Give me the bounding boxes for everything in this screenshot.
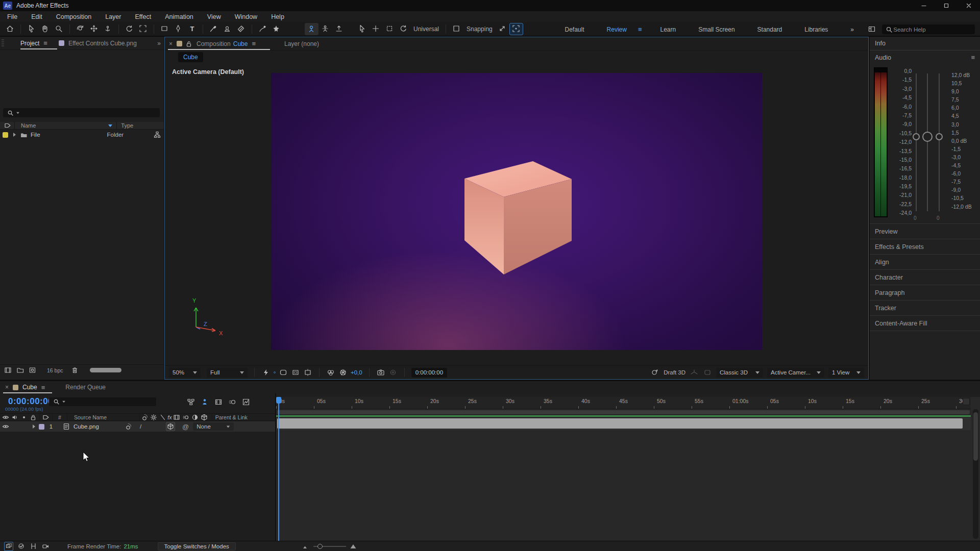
- new-composition-icon[interactable]: [28, 366, 37, 375]
- tab-effect-controls[interactable]: Effect Controls Cube.png: [68, 40, 137, 47]
- comp-marker-bin[interactable]: [963, 398, 970, 405]
- pan-camera-tool[interactable]: [318, 23, 332, 35]
- roto-brush-tool[interactable]: [256, 23, 270, 35]
- camera-tool[interactable]: [136, 23, 150, 35]
- shy-switch-icon[interactable]: [140, 413, 149, 422]
- region-of-interest-icon[interactable]: [509, 23, 523, 35]
- snapping-checkbox[interactable]: [450, 23, 463, 35]
- menu-item[interactable]: Effect: [135, 13, 151, 20]
- comp-panel-menu-icon[interactable]: ≡: [252, 40, 256, 47]
- collapsed-panel-header[interactable]: Effects & Presets: [870, 239, 980, 255]
- audio-slider-master[interactable]: [927, 73, 928, 211]
- dolly-cursor-tool[interactable]: [101, 23, 115, 35]
- view-layout-dropdown[interactable]: 1 View: [828, 368, 864, 378]
- zoom-slider-track[interactable]: [313, 546, 346, 547]
- orbit-camera-tool[interactable]: [305, 23, 318, 35]
- name-column-header[interactable]: Name: [21, 122, 36, 129]
- close-timeline-tab-icon[interactable]: ×: [5, 384, 9, 391]
- live-update-icon[interactable]: [4, 542, 13, 551]
- audio-knob-right[interactable]: [936, 133, 943, 140]
- project-search-box[interactable]: [3, 108, 160, 117]
- menu-item[interactable]: Animation: [165, 13, 193, 20]
- camera-wireframe-icon[interactable]: [41, 542, 50, 551]
- rectangle-tool[interactable]: [158, 23, 172, 35]
- renderer-dropdown[interactable]: Classic 3D: [716, 368, 763, 378]
- workspace-review-menu-icon[interactable]: ≡: [638, 26, 642, 33]
- quality-switch-icon[interactable]: [158, 413, 167, 422]
- graph-editor-icon[interactable]: [241, 397, 251, 407]
- layer-visibility-eye-icon[interactable]: [1, 422, 10, 431]
- type-tool[interactable]: T: [185, 23, 199, 35]
- manage-workspaces-icon[interactable]: [865, 23, 879, 36]
- collapsed-panel-header[interactable]: Preview: [870, 224, 980, 239]
- collapsed-panel-header[interactable]: Align: [870, 255, 980, 270]
- menu-item[interactable]: Window: [235, 13, 257, 20]
- parent-dropdown[interactable]: None: [193, 422, 234, 431]
- timeline-vertical-scrollbar[interactable]: [973, 409, 978, 539]
- universal-gizmo-arrow[interactable]: [355, 23, 369, 35]
- rotation-tool[interactable]: [122, 23, 136, 35]
- project-panel-menu-icon[interactable]: ≡: [43, 39, 47, 47]
- resolution-dropdown[interactable]: Full: [207, 368, 248, 378]
- comp-timecode[interactable]: 0:00:00:00: [411, 368, 447, 378]
- view-camera-dropdown[interactable]: Active Camer...: [767, 368, 824, 378]
- collapsed-panel-header[interactable]: Character: [870, 270, 980, 285]
- interpret-footage-icon[interactable]: [3, 366, 12, 375]
- toggle-switches-modes-button[interactable]: Toggle Switches / Modes: [158, 542, 236, 550]
- frame-blending-icon[interactable]: [214, 397, 223, 407]
- label-column-icon[interactable]: [41, 413, 51, 422]
- current-timecode[interactable]: 0:00:00:00: [8, 396, 53, 407]
- workspace-standard[interactable]: Standard: [757, 26, 782, 33]
- tab-render-queue[interactable]: Render Queue: [65, 384, 106, 391]
- panel-audio[interactable]: Audio ≡: [870, 51, 980, 64]
- menu-item[interactable]: View: [207, 13, 221, 20]
- close-comp-tab-icon[interactable]: ×: [169, 40, 173, 47]
- viewer-lock-button[interactable]: Cube: [178, 52, 203, 62]
- comp-tab-prefix[interactable]: Composition: [197, 40, 231, 47]
- snapping-label[interactable]: Snapping: [467, 26, 493, 33]
- clone-stamp-tool[interactable]: [220, 23, 234, 35]
- extended-viewer-icon[interactable]: [703, 368, 712, 377]
- brush-tool[interactable]: [207, 23, 220, 35]
- zoom-in-mountain-icon[interactable]: [349, 542, 358, 551]
- tab-layer-viewer[interactable]: Layer (none): [284, 40, 319, 47]
- minimize-button[interactable]: [913, 0, 935, 11]
- timeline-search-box[interactable]: [49, 397, 156, 406]
- mask-visibility-icon[interactable]: [279, 368, 288, 377]
- workspace-overflow-icon[interactable]: »: [850, 26, 854, 33]
- folder-label-color[interactable]: [3, 132, 8, 138]
- menu-item[interactable]: Composition: [56, 13, 91, 20]
- layer-duration-bar[interactable]: [277, 418, 963, 429]
- menu-item[interactable]: Edit: [31, 13, 42, 20]
- playhead-handle[interactable]: [276, 397, 281, 404]
- home-icon[interactable]: [3, 23, 17, 35]
- audio-column-icon[interactable]: [10, 413, 19, 422]
- type-column-header[interactable]: Type: [121, 122, 133, 129]
- eraser-tool[interactable]: [234, 23, 248, 35]
- layer-3d-switch[interactable]: [166, 422, 175, 431]
- unlocked-icon[interactable]: [184, 39, 193, 48]
- exposure-value[interactable]: +0,0: [351, 369, 362, 375]
- collapse-transformations-icon[interactable]: [149, 413, 158, 422]
- workspace-learn[interactable]: Learn: [660, 26, 676, 33]
- draft-mode-icon[interactable]: [16, 542, 26, 551]
- tab-project[interactable]: Project: [20, 40, 39, 47]
- rotate-gizmo-icon[interactable]: [397, 23, 410, 35]
- workspace-libraries[interactable]: Libraries: [804, 26, 828, 33]
- audio-slider-left[interactable]: [916, 73, 917, 211]
- composition-mini-flowchart-icon[interactable]: [186, 397, 195, 407]
- selection-tool[interactable]: [24, 23, 38, 35]
- timeline-panel-menu-icon[interactable]: ≡: [41, 384, 45, 391]
- pan-behind-view-icon[interactable]: [303, 368, 312, 377]
- solo-column-icon[interactable]: [19, 413, 29, 422]
- project-tab-overflow-icon[interactable]: »: [157, 40, 161, 47]
- ground-plane-icon[interactable]: [690, 368, 699, 377]
- transparency-toggle-icon[interactable]: [29, 542, 38, 551]
- work-area-strip[interactable]: [276, 409, 971, 415]
- audio-slider-right[interactable]: [939, 73, 940, 211]
- position-gizmo-icon[interactable]: [369, 23, 383, 35]
- fast-previews-icon[interactable]: [261, 368, 271, 377]
- region-of-interest-toggle-icon[interactable]: [291, 368, 300, 377]
- comp-tab-name[interactable]: Cube: [233, 40, 248, 47]
- puppet-pin-tool[interactable]: [270, 23, 283, 35]
